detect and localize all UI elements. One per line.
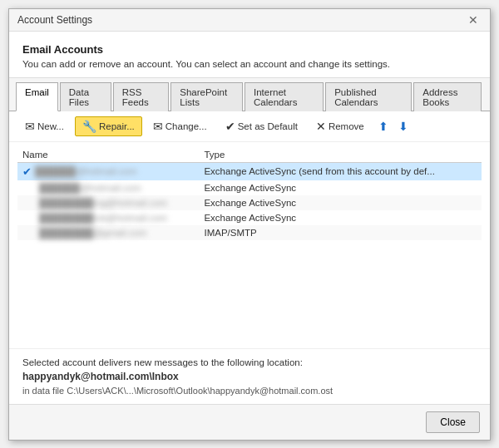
repair-icon: 🔧 bbox=[82, 120, 96, 133]
tabs-row: Email Data Files RSS Feeds SharePoint Li… bbox=[9, 78, 490, 111]
close-dialog-button[interactable]: Close bbox=[426, 411, 480, 433]
tab-internet-calendars[interactable]: Internet Calendars bbox=[245, 82, 324, 111]
tab-email[interactable]: Email bbox=[16, 82, 58, 111]
table-row[interactable]: ████████@gmail.comIMAP/SMTP bbox=[17, 225, 482, 240]
account-name-cell: ██████@hotmail.com bbox=[17, 180, 199, 195]
table-row[interactable]: ████████ing@hotmail.comExchange ActiveSy… bbox=[17, 195, 482, 210]
col-type-header: Type bbox=[199, 147, 482, 163]
tab-sharepoint[interactable]: SharePoint Lists bbox=[170, 82, 243, 111]
header-section: Email Accounts You can add or remove an … bbox=[9, 32, 490, 78]
new-label: New... bbox=[37, 121, 64, 131]
bottom-bar: Close bbox=[9, 404, 490, 440]
account-type-cell: Exchange ActiveSync bbox=[199, 180, 482, 195]
account-email: ████████@gmail.com bbox=[39, 228, 146, 238]
account-name-cell: ✔██████@hotmail.com bbox=[17, 163, 199, 180]
new-icon: ✉ bbox=[25, 120, 35, 133]
move-up-button[interactable]: ⬆ bbox=[375, 118, 392, 135]
default-checkmark-icon: ✔ bbox=[22, 165, 32, 178]
tab-data-files[interactable]: Data Files bbox=[60, 82, 111, 111]
remove-label: Remove bbox=[329, 121, 364, 131]
title-bar: Account Settings ✕ bbox=[9, 9, 490, 32]
set-default-icon: ✔ bbox=[225, 120, 235, 133]
account-email: ████████ing@hotmail.com bbox=[39, 198, 167, 208]
dialog-title: Account Settings bbox=[17, 14, 92, 26]
set-default-button[interactable]: ✔ Set as Default bbox=[218, 116, 305, 136]
account-type-cell: Exchange ActiveSync bbox=[199, 210, 482, 225]
change-icon: ✉ bbox=[153, 120, 163, 133]
table-row[interactable]: ████████lub@hotmail.comExchange ActiveSy… bbox=[17, 210, 482, 225]
account-type-cell: IMAP/SMTP bbox=[199, 225, 482, 240]
col-name-header: Name bbox=[17, 147, 199, 163]
change-label: Change... bbox=[166, 121, 207, 131]
remove-button[interactable]: ✕ Remove bbox=[309, 116, 372, 136]
table-row[interactable]: ██████@hotmail.comExchange ActiveSync bbox=[17, 180, 482, 195]
remove-icon: ✕ bbox=[316, 120, 326, 133]
section-description: You can add or remove an account. You ca… bbox=[22, 59, 477, 69]
account-name-cell: ████████@gmail.com bbox=[17, 225, 199, 240]
data-path: in data file C:\Users\ACK\...\Microsoft\… bbox=[22, 386, 477, 396]
section-heading: Email Accounts bbox=[22, 43, 477, 56]
account-email: ████████lub@hotmail.com bbox=[39, 213, 167, 223]
new-button[interactable]: ✉ New... bbox=[17, 116, 72, 136]
table-row[interactable]: ✔██████@hotmail.comExchange ActiveSync (… bbox=[17, 162, 482, 180]
tab-published-calendars[interactable]: Published Calendars bbox=[325, 82, 412, 111]
accounts-table: Name Type ✔██████@hotmail.comExchange Ac… bbox=[17, 147, 482, 240]
footer-description: Selected account delivers new messages t… bbox=[22, 357, 477, 367]
tab-rss-feeds[interactable]: RSS Feeds bbox=[113, 82, 169, 111]
account-name-cell: ████████lub@hotmail.com bbox=[17, 210, 199, 225]
account-settings-dialog: Account Settings ✕ Email Accounts You ca… bbox=[8, 8, 491, 441]
footer-section: Selected account delivers new messages t… bbox=[9, 348, 490, 404]
toolbar: ✉ New... 🔧 Repair... ✉ Change... ✔ Set a… bbox=[9, 111, 490, 142]
tab-address-books[interactable]: Address Books bbox=[413, 82, 482, 111]
inbox-path: happyandyk@hotmail.com\Inbox bbox=[22, 371, 477, 382]
account-type-cell: Exchange ActiveSync (send from this acco… bbox=[199, 162, 482, 180]
move-down-button[interactable]: ⬇ bbox=[395, 118, 412, 135]
set-default-label: Set as Default bbox=[238, 121, 298, 131]
window-close-button[interactable]: ✕ bbox=[465, 14, 482, 26]
accounts-area: Name Type ✔██████@hotmail.comExchange Ac… bbox=[9, 142, 490, 348]
repair-label: Repair... bbox=[99, 121, 135, 131]
account-email: ██████@hotmail.com bbox=[39, 183, 141, 193]
account-email: ██████@hotmail.com bbox=[35, 166, 137, 176]
account-type-cell: Exchange ActiveSync bbox=[199, 195, 482, 210]
repair-button[interactable]: 🔧 Repair... bbox=[75, 116, 142, 136]
account-name-cell: ████████ing@hotmail.com bbox=[17, 195, 199, 210]
change-button[interactable]: ✉ Change... bbox=[146, 116, 215, 136]
